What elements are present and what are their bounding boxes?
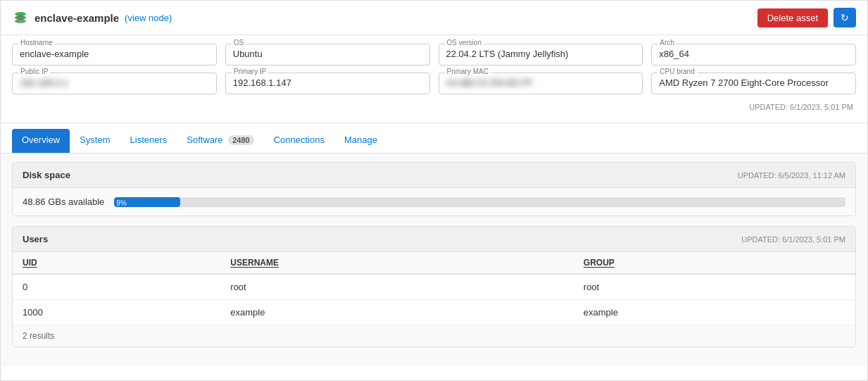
cell-uid: 0 bbox=[13, 274, 220, 300]
os-version-label: OS version bbox=[445, 39, 484, 46]
users-header: Users UPDATED: 6/1/2023, 5:01 PM bbox=[13, 227, 855, 252]
info-section: Hostname enclave-example OS Ubuntu OS ve… bbox=[1, 35, 867, 123]
os-label: OS bbox=[232, 39, 246, 46]
public-ip-label: Public IP bbox=[18, 68, 50, 75]
primary-ip-field: Primary IP 192.168.1.147 bbox=[225, 73, 430, 94]
arch-value: x86_64 bbox=[659, 49, 689, 59]
col-uid: UID bbox=[13, 252, 220, 274]
tabs-bar: Overview System Listeners Software 2480 … bbox=[1, 123, 867, 154]
disk-space-card: Disk space UPDATED: 6/5/2023, 11:12 AM 4… bbox=[12, 162, 856, 216]
primary-ip-label: Primary IP bbox=[232, 68, 269, 75]
os-version-value: 22.04.2 LTS (Jammy Jellyfish) bbox=[446, 49, 569, 59]
col-group: GROUP bbox=[574, 252, 855, 274]
users-card: Users UPDATED: 6/1/2023, 5:01 PM UID USE… bbox=[12, 226, 856, 347]
cell-group: example bbox=[574, 300, 855, 325]
tab-software[interactable]: Software 2480 bbox=[177, 129, 263, 153]
disk-row: 48.86 GBs available 9% bbox=[13, 188, 855, 216]
results-footer: 2 results bbox=[13, 325, 855, 346]
header-actions: Delete asset ↻ bbox=[757, 8, 856, 27]
svg-point-2 bbox=[15, 19, 26, 23]
os-value: Ubuntu bbox=[233, 49, 263, 59]
disk-progress-fill: 9% bbox=[114, 197, 180, 207]
cell-username: root bbox=[220, 274, 574, 300]
header-left: enclave-example (view node) bbox=[12, 9, 172, 26]
cell-group: root bbox=[574, 274, 855, 300]
col-username: USERNAME bbox=[220, 252, 574, 274]
cell-uid: 1000 bbox=[13, 300, 220, 325]
arch-label: Arch bbox=[658, 39, 677, 46]
delete-asset-button[interactable]: Delete asset bbox=[757, 8, 828, 27]
tab-connections[interactable]: Connections bbox=[264, 129, 334, 153]
primary-mac-label: Primary MAC bbox=[445, 68, 491, 75]
app-name: enclave-example bbox=[34, 12, 119, 24]
os-field: OS Ubuntu bbox=[225, 44, 430, 65]
content-area: Disk space UPDATED: 6/5/2023, 11:12 AM 4… bbox=[1, 154, 867, 366]
cpu-brand-label: CPU brand bbox=[658, 68, 696, 75]
info-updated-timestamp: UPDATED: 6/1/2023, 5:01 PM bbox=[12, 101, 856, 117]
table-row: 1000exampleexample bbox=[13, 300, 855, 325]
info-row-1: Hostname enclave-example OS Ubuntu OS ve… bbox=[12, 44, 856, 65]
disk-percent-label: 9% bbox=[114, 199, 126, 207]
cpu-brand-field: CPU brand AMD Ryzen 7 2700 Eight-Core Pr… bbox=[651, 73, 856, 94]
software-badge: 2480 bbox=[228, 135, 253, 145]
public-ip-value: 192.168.0.1 bbox=[20, 77, 68, 88]
disk-available-label: 48.86 GBs available bbox=[23, 196, 104, 207]
page-wrapper: enclave-example (view node) Delete asset… bbox=[0, 0, 868, 381]
disk-space-title: Disk space bbox=[23, 170, 70, 180]
tab-manage[interactable]: Manage bbox=[334, 129, 387, 153]
users-table-header-row: UID USERNAME GROUP bbox=[13, 252, 855, 274]
refresh-button[interactable]: ↻ bbox=[834, 8, 856, 27]
tab-listeners[interactable]: Listeners bbox=[120, 129, 177, 153]
app-logo-icon bbox=[12, 9, 29, 26]
header: enclave-example (view node) Delete asset… bbox=[1, 1, 867, 35]
hostname-field: Hostname enclave-example bbox=[12, 44, 217, 65]
tab-system[interactable]: System bbox=[70, 129, 120, 153]
disk-space-updated: UPDATED: 6/5/2023, 11:12 AM bbox=[738, 171, 845, 180]
disk-progress-bar: 9% bbox=[114, 197, 845, 207]
public-ip-field: Public IP 192.168.0.1 bbox=[12, 73, 217, 94]
hostname-label: Hostname bbox=[18, 39, 55, 46]
arch-field: Arch x86_64 bbox=[651, 44, 856, 65]
disk-space-header: Disk space UPDATED: 6/5/2023, 11:12 AM bbox=[13, 163, 855, 188]
tab-overview[interactable]: Overview bbox=[12, 129, 70, 153]
users-title: Users bbox=[23, 234, 48, 244]
users-table: UID USERNAME GROUP 0rootroot1000examplee… bbox=[13, 252, 855, 325]
hostname-value: enclave-example bbox=[20, 49, 89, 59]
primary-ip-value: 192.168.1.147 bbox=[233, 77, 291, 88]
table-row: 0rootroot bbox=[13, 274, 855, 300]
os-version-field: OS version 22.04.2 LTS (Jammy Jellyfish) bbox=[439, 44, 643, 65]
primary-mac-field: Primary MAC AA:BB:CC:DD:EE:FF bbox=[439, 73, 643, 94]
primary-mac-value: AA:BB:CC:DD:EE:FF bbox=[446, 77, 534, 88]
cell-username: example bbox=[220, 300, 574, 325]
cpu-brand-value: AMD Ryzen 7 2700 Eight-Core Processor bbox=[659, 77, 829, 88]
info-row-2: Public IP 192.168.0.1 Primary IP 192.168… bbox=[12, 73, 856, 94]
refresh-icon: ↻ bbox=[841, 12, 849, 23]
view-node-link[interactable]: (view node) bbox=[125, 13, 172, 23]
users-updated: UPDATED: 6/1/2023, 5:01 PM bbox=[741, 235, 845, 244]
